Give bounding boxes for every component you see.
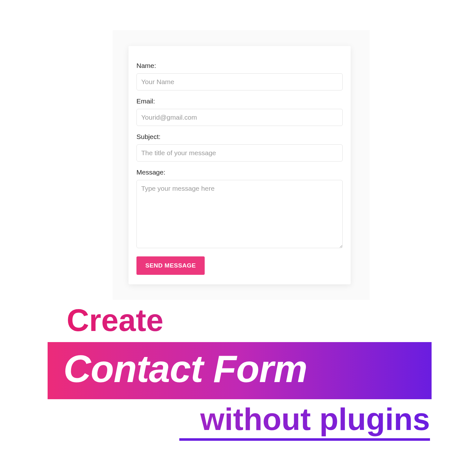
subject-label: Subject: [136,133,343,141]
name-field-group: Name: [136,62,343,90]
subject-input[interactable] [136,144,343,162]
email-label: Email: [136,97,343,105]
send-message-button[interactable]: SEND MESSAGE [136,256,205,275]
name-input[interactable] [136,73,343,90]
message-label: Message: [136,169,343,176]
email-input[interactable] [136,109,343,126]
headline-line3: without plugins [48,402,430,438]
email-field-group: Email: [136,97,343,126]
promo-headline: Create Contact Form without plugins [48,305,432,441]
form-container: Name: Email: Subject: Message: SEND MESS… [113,30,370,300]
message-textarea[interactable] [136,180,343,248]
message-field-group: Message: [136,169,343,249]
subject-field-group: Subject: [136,133,343,162]
name-label: Name: [136,62,343,69]
headline-banner: Contact Form [48,342,432,399]
headline-line1: Create [67,305,432,336]
headline-line2: Contact Form [63,346,416,392]
headline-underline [179,438,430,441]
contact-form-card: Name: Email: Subject: Message: SEND MESS… [129,46,351,284]
